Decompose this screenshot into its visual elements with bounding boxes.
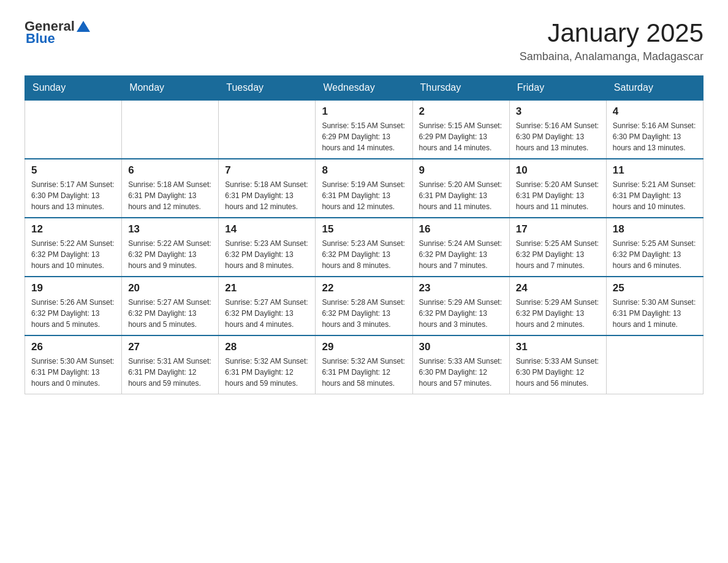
day-info: Sunrise: 5:20 AM Sunset: 6:31 PM Dayligh… bbox=[516, 179, 600, 212]
logo: General Blue bbox=[25, 18, 90, 47]
day-number: 20 bbox=[128, 282, 212, 294]
day-number: 28 bbox=[225, 341, 309, 353]
header-thursday: Thursday bbox=[412, 76, 509, 101]
table-row: 21Sunrise: 5:27 AM Sunset: 6:32 PM Dayli… bbox=[219, 277, 316, 335]
day-number: 14 bbox=[225, 223, 309, 236]
day-number: 18 bbox=[613, 223, 697, 236]
day-number: 7 bbox=[225, 164, 309, 177]
day-info: Sunrise: 5:24 AM Sunset: 6:32 PM Dayligh… bbox=[419, 238, 503, 271]
header-wednesday: Wednesday bbox=[316, 76, 412, 101]
day-info: Sunrise: 5:23 AM Sunset: 6:32 PM Dayligh… bbox=[322, 238, 406, 271]
table-row: 24Sunrise: 5:29 AM Sunset: 6:32 PM Dayli… bbox=[509, 277, 606, 335]
table-row: 17Sunrise: 5:25 AM Sunset: 6:32 PM Dayli… bbox=[509, 218, 606, 277]
table-row: 12Sunrise: 5:22 AM Sunset: 6:32 PM Dayli… bbox=[25, 218, 122, 277]
day-info: Sunrise: 5:29 AM Sunset: 6:32 PM Dayligh… bbox=[419, 297, 503, 330]
table-row: 18Sunrise: 5:25 AM Sunset: 6:32 PM Dayli… bbox=[606, 218, 703, 277]
day-number: 27 bbox=[128, 341, 212, 353]
calendar-subtitle: Sambaina, Analamanga, Madagascar bbox=[520, 50, 703, 63]
day-info: Sunrise: 5:16 AM Sunset: 6:30 PM Dayligh… bbox=[613, 120, 697, 153]
table-row bbox=[25, 100, 122, 159]
day-number: 24 bbox=[516, 282, 600, 294]
day-number: 1 bbox=[322, 105, 406, 118]
day-info: Sunrise: 5:30 AM Sunset: 6:31 PM Dayligh… bbox=[31, 356, 115, 389]
table-row: 23Sunrise: 5:29 AM Sunset: 6:32 PM Dayli… bbox=[412, 277, 509, 335]
day-info: Sunrise: 5:31 AM Sunset: 6:31 PM Dayligh… bbox=[128, 356, 212, 389]
table-row: 2Sunrise: 5:15 AM Sunset: 6:29 PM Daylig… bbox=[412, 100, 509, 159]
svg-marker-0 bbox=[77, 21, 90, 32]
header-friday: Friday bbox=[509, 76, 606, 101]
day-info: Sunrise: 5:27 AM Sunset: 6:32 PM Dayligh… bbox=[225, 297, 309, 330]
table-row: 31Sunrise: 5:33 AM Sunset: 6:30 PM Dayli… bbox=[509, 335, 606, 394]
calendar-table: Sunday Monday Tuesday Wednesday Thursday… bbox=[25, 75, 703, 394]
table-row: 22Sunrise: 5:28 AM Sunset: 6:32 PM Dayli… bbox=[316, 277, 412, 335]
day-info: Sunrise: 5:27 AM Sunset: 6:32 PM Dayligh… bbox=[128, 297, 212, 330]
day-number: 22 bbox=[322, 282, 406, 294]
day-info: Sunrise: 5:18 AM Sunset: 6:31 PM Dayligh… bbox=[128, 179, 212, 212]
table-row: 15Sunrise: 5:23 AM Sunset: 6:32 PM Dayli… bbox=[316, 218, 412, 277]
day-info: Sunrise: 5:19 AM Sunset: 6:31 PM Dayligh… bbox=[322, 179, 406, 212]
day-number: 4 bbox=[613, 105, 697, 118]
day-info: Sunrise: 5:25 AM Sunset: 6:32 PM Dayligh… bbox=[613, 238, 697, 271]
table-row: 25Sunrise: 5:30 AM Sunset: 6:31 PM Dayli… bbox=[606, 277, 703, 335]
logo-triangle-icon bbox=[77, 20, 90, 32]
day-info: Sunrise: 5:28 AM Sunset: 6:32 PM Dayligh… bbox=[322, 297, 406, 330]
day-number: 6 bbox=[128, 164, 212, 177]
day-info: Sunrise: 5:15 AM Sunset: 6:29 PM Dayligh… bbox=[322, 120, 406, 153]
calendar-week-row: 26Sunrise: 5:30 AM Sunset: 6:31 PM Dayli… bbox=[25, 335, 703, 394]
table-row: 9Sunrise: 5:20 AM Sunset: 6:31 PM Daylig… bbox=[412, 159, 509, 218]
table-row: 16Sunrise: 5:24 AM Sunset: 6:32 PM Dayli… bbox=[412, 218, 509, 277]
table-row: 3Sunrise: 5:16 AM Sunset: 6:30 PM Daylig… bbox=[509, 100, 606, 159]
table-row: 30Sunrise: 5:33 AM Sunset: 6:30 PM Dayli… bbox=[412, 335, 509, 394]
day-info: Sunrise: 5:26 AM Sunset: 6:32 PM Dayligh… bbox=[31, 297, 115, 330]
table-row: 14Sunrise: 5:23 AM Sunset: 6:32 PM Dayli… bbox=[219, 218, 316, 277]
day-number: 9 bbox=[419, 164, 503, 177]
header-sunday: Sunday bbox=[25, 76, 122, 101]
header-saturday: Saturday bbox=[606, 76, 703, 101]
calendar-week-row: 19Sunrise: 5:26 AM Sunset: 6:32 PM Dayli… bbox=[25, 277, 703, 335]
day-number: 15 bbox=[322, 223, 406, 236]
table-row: 8Sunrise: 5:19 AM Sunset: 6:31 PM Daylig… bbox=[316, 159, 412, 218]
day-number: 31 bbox=[516, 341, 600, 353]
day-number: 30 bbox=[419, 341, 503, 353]
table-row: 13Sunrise: 5:22 AM Sunset: 6:32 PM Dayli… bbox=[122, 218, 219, 277]
day-info: Sunrise: 5:33 AM Sunset: 6:30 PM Dayligh… bbox=[419, 356, 503, 389]
day-number: 12 bbox=[31, 223, 115, 236]
table-row: 27Sunrise: 5:31 AM Sunset: 6:31 PM Dayli… bbox=[122, 335, 219, 394]
day-number: 8 bbox=[322, 164, 406, 177]
day-number: 3 bbox=[516, 105, 600, 118]
table-row: 7Sunrise: 5:18 AM Sunset: 6:31 PM Daylig… bbox=[219, 159, 316, 218]
day-info: Sunrise: 5:30 AM Sunset: 6:31 PM Dayligh… bbox=[613, 297, 697, 330]
day-info: Sunrise: 5:32 AM Sunset: 6:31 PM Dayligh… bbox=[225, 356, 309, 389]
day-info: Sunrise: 5:33 AM Sunset: 6:30 PM Dayligh… bbox=[516, 356, 600, 389]
day-info: Sunrise: 5:22 AM Sunset: 6:32 PM Dayligh… bbox=[128, 238, 212, 271]
table-row: 28Sunrise: 5:32 AM Sunset: 6:31 PM Dayli… bbox=[219, 335, 316, 394]
day-number: 11 bbox=[613, 164, 697, 177]
day-info: Sunrise: 5:25 AM Sunset: 6:32 PM Dayligh… bbox=[516, 238, 600, 271]
header-tuesday: Tuesday bbox=[219, 76, 316, 101]
calendar-week-row: 12Sunrise: 5:22 AM Sunset: 6:32 PM Dayli… bbox=[25, 218, 703, 277]
table-row: 20Sunrise: 5:27 AM Sunset: 6:32 PM Dayli… bbox=[122, 277, 219, 335]
day-number: 25 bbox=[613, 282, 697, 294]
day-number: 2 bbox=[419, 105, 503, 118]
day-number: 16 bbox=[419, 223, 503, 236]
day-number: 21 bbox=[225, 282, 309, 294]
day-info: Sunrise: 5:22 AM Sunset: 6:32 PM Dayligh… bbox=[31, 238, 115, 271]
table-row: 5Sunrise: 5:17 AM Sunset: 6:30 PM Daylig… bbox=[25, 159, 122, 218]
day-number: 29 bbox=[322, 341, 406, 353]
table-row: 4Sunrise: 5:16 AM Sunset: 6:30 PM Daylig… bbox=[606, 100, 703, 159]
day-number: 17 bbox=[516, 223, 600, 236]
day-info: Sunrise: 5:32 AM Sunset: 6:31 PM Dayligh… bbox=[322, 356, 406, 389]
table-row: 19Sunrise: 5:26 AM Sunset: 6:32 PM Dayli… bbox=[25, 277, 122, 335]
day-info: Sunrise: 5:20 AM Sunset: 6:31 PM Dayligh… bbox=[419, 179, 503, 212]
day-number: 23 bbox=[419, 282, 503, 294]
calendar-week-row: 5Sunrise: 5:17 AM Sunset: 6:30 PM Daylig… bbox=[25, 159, 703, 218]
table-row: 10Sunrise: 5:20 AM Sunset: 6:31 PM Dayli… bbox=[509, 159, 606, 218]
page-header: General Blue January 2025 Sambaina, Anal… bbox=[25, 18, 703, 63]
logo-blue-text: Blue bbox=[26, 31, 55, 47]
table-row: 1Sunrise: 5:15 AM Sunset: 6:29 PM Daylig… bbox=[316, 100, 412, 159]
day-number: 5 bbox=[31, 164, 115, 177]
day-info: Sunrise: 5:15 AM Sunset: 6:29 PM Dayligh… bbox=[419, 120, 503, 153]
calendar-title: January 2025 bbox=[520, 18, 703, 48]
calendar-week-row: 1Sunrise: 5:15 AM Sunset: 6:29 PM Daylig… bbox=[25, 100, 703, 159]
day-info: Sunrise: 5:23 AM Sunset: 6:32 PM Dayligh… bbox=[225, 238, 309, 271]
